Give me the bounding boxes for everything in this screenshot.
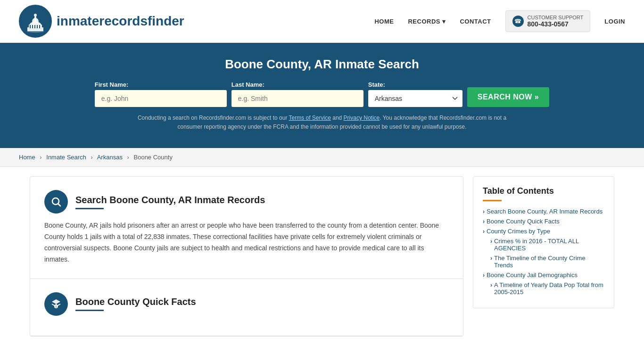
- privacy-link[interactable]: Privacy Notice: [344, 115, 380, 121]
- nav-contact[interactable]: CONTACT: [460, 18, 491, 25]
- toc-item-2: Boone County Quick Facts: [483, 218, 604, 225]
- svg-rect-5: [34, 16, 36, 23]
- main-nav: HOME RECORDS ▾ CONTACT ☎ CUSTOMER SUPPOR…: [374, 10, 625, 32]
- nav-login[interactable]: LOGIN: [604, 18, 625, 25]
- page-title: Boone County, AR Inmate Search: [19, 57, 625, 72]
- toc-box: Table of Contents Search Boone County, A…: [473, 176, 614, 308]
- chevron-down-icon: ▾: [442, 18, 446, 25]
- toc-item-1: Search Boone County, AR Inmate Records: [483, 208, 604, 215]
- nav-home[interactable]: HOME: [374, 18, 394, 25]
- toc-item-4: Crimes % in 2016 - TOTAL ALL AGENCIES: [483, 238, 604, 252]
- customer-support-box: ☎ CUSTOMER SUPPORT 800-433-0567: [505, 10, 591, 32]
- support-label: CUSTOMER SUPPORT: [528, 15, 584, 20]
- svg-point-6: [34, 14, 37, 16]
- sidebar: Table of Contents Search Boone County, A…: [473, 176, 614, 336]
- last-name-group: Last Name:: [231, 81, 363, 107]
- search-button[interactable]: SEARCH NOW »: [467, 87, 549, 107]
- search-title-wrap: Search Boone County, AR Inmate Records: [75, 195, 265, 209]
- quick-facts-section: Boone County Quick Facts: [30, 279, 463, 336]
- chevron-icon: [483, 272, 485, 279]
- search-section-body: Boone County, AR jails hold prisoners af…: [44, 220, 449, 265]
- svg-rect-8: [32, 25, 33, 28]
- chevron-icon: [483, 208, 485, 215]
- logo-text: inmaterecordsfinder: [57, 14, 184, 29]
- search-form: First Name: Last Name: State: Arkansas S…: [74, 81, 570, 107]
- site-header: inmaterecordsfinder HOME RECORDS ▾ CONTA…: [0, 0, 644, 43]
- quick-facts-underline: [75, 310, 104, 311]
- breadcrumb-state[interactable]: Arkansas: [97, 154, 123, 161]
- logo-icon: [19, 5, 52, 38]
- content-left: Search Boone County, AR Inmate Records B…: [30, 176, 463, 336]
- state-label: State:: [368, 81, 385, 88]
- last-name-input[interactable]: [231, 90, 363, 107]
- toc-link-7[interactable]: A Timeline of Yearly Data Pop Total from…: [490, 281, 604, 296]
- breadcrumb: Home › Inmate Search › Arkansas › Boone …: [0, 148, 644, 167]
- toc-link-3[interactable]: County Crimes by Type: [483, 228, 604, 235]
- toc-item-3: County Crimes by Type: [483, 228, 604, 235]
- quick-facts-title-wrap: Boone County Quick Facts: [75, 296, 196, 311]
- toc-item-6: Boone County Jail Demographics: [483, 272, 604, 279]
- search-section-icon: [44, 190, 68, 214]
- nav-records[interactable]: RECORDS ▾: [408, 18, 446, 25]
- toc-list: Search Boone County, AR Inmate Records B…: [483, 208, 604, 296]
- breadcrumb-home[interactable]: Home: [19, 154, 35, 161]
- toc-underline: [483, 200, 502, 201]
- quick-facts-icon: [44, 292, 68, 316]
- hero-section: Boone County, AR Inmate Search First Nam…: [0, 43, 644, 148]
- chevron-icon: [483, 228, 485, 235]
- last-name-label: Last Name:: [231, 81, 264, 88]
- quick-facts-title: Boone County Quick Facts: [75, 296, 196, 307]
- toc-link-1[interactable]: Search Boone County, AR Inmate Records: [483, 208, 604, 215]
- sep-2: ›: [91, 154, 92, 161]
- breadcrumb-county: Boone County: [134, 154, 173, 161]
- toc-link-2[interactable]: Boone County Quick Facts: [483, 218, 604, 225]
- state-group: State: Arkansas: [368, 81, 462, 107]
- sep-3: ›: [127, 154, 129, 161]
- svg-rect-11: [39, 25, 40, 28]
- toc-link-4[interactable]: Crimes % in 2016 - TOTAL ALL AGENCIES: [490, 238, 604, 252]
- title-underline: [75, 208, 104, 209]
- chevron-icon: [490, 255, 492, 262]
- state-select[interactable]: Arkansas: [368, 90, 462, 107]
- support-info: CUSTOMER SUPPORT 800-433-0567: [528, 15, 584, 28]
- svg-line-13: [58, 204, 61, 206]
- search-section: Search Boone County, AR Inmate Records B…: [30, 177, 463, 279]
- chevron-icon: [483, 218, 485, 225]
- breadcrumb-inmate-search[interactable]: Inmate Search: [46, 154, 86, 161]
- toc-item-7: A Timeline of Yearly Data Pop Total from…: [483, 281, 604, 296]
- phone-icon: ☎: [512, 16, 524, 27]
- quick-facts-header: Boone County Quick Facts: [44, 292, 449, 316]
- chevron-icon: [490, 238, 492, 245]
- disclaimer-text: Conducting a search on Recordsfinder.com…: [133, 114, 511, 132]
- main-content: Search Boone County, AR Inmate Records B…: [11, 167, 633, 346]
- first-name-group: First Name:: [95, 81, 227, 107]
- toc-link-5[interactable]: The Timeline of the County Crime Trends: [490, 255, 604, 269]
- toc-link-6[interactable]: Boone County Jail Demographics: [483, 272, 604, 279]
- support-phone: 800-433-0567: [528, 20, 584, 28]
- toc-title: Table of Contents: [483, 186, 604, 196]
- svg-rect-10: [37, 25, 38, 28]
- first-name-input[interactable]: [95, 90, 227, 107]
- svg-rect-7: [30, 25, 31, 28]
- search-section-header: Search Boone County, AR Inmate Records: [44, 190, 449, 214]
- first-name-label: First Name:: [95, 81, 129, 88]
- logo-area: inmaterecordsfinder: [19, 5, 184, 38]
- sep-1: ›: [40, 154, 41, 161]
- toc-item-5: The Timeline of the County Crime Trends: [483, 255, 604, 269]
- chevron-icon: [490, 282, 492, 288]
- svg-rect-9: [34, 25, 35, 28]
- terms-link[interactable]: Terms of Service: [289, 115, 331, 121]
- search-section-title: Search Boone County, AR Inmate Records: [75, 195, 265, 206]
